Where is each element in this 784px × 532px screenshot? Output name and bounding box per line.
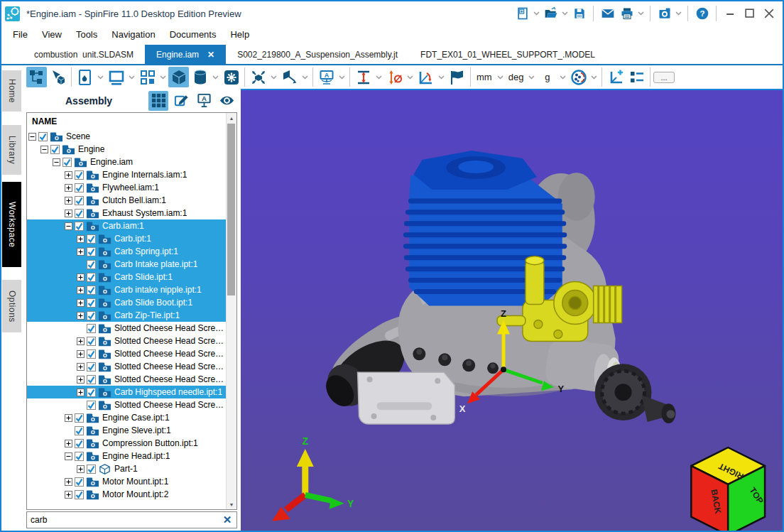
scrollbar-thumb[interactable] — [227, 124, 235, 295]
email-button[interactable] — [598, 5, 617, 22]
expand-plus-icon[interactable] — [65, 210, 72, 217]
visibility-checkbox[interactable] — [38, 132, 48, 141]
tree-item[interactable]: Carb Slide Boot.ipt:1 — [27, 296, 227, 309]
fill-document-button[interactable] — [75, 67, 95, 87]
tree-item[interactable]: Flywheel.iam:1 — [27, 181, 227, 194]
g-dropdown-caret[interactable] — [558, 69, 567, 86]
save-button[interactable] — [570, 5, 589, 22]
minimize-button[interactable] — [721, 5, 740, 22]
unit-selector-g[interactable]: g — [537, 67, 557, 87]
visibility-checkbox[interactable] — [75, 183, 84, 192]
visibility-checkbox[interactable] — [87, 311, 96, 320]
expand-plus-icon[interactable] — [77, 299, 85, 307]
tree-item[interactable]: Slotted Cheese Head Screw -... — [27, 360, 227, 373]
tree-item[interactable]: Carb Highspeed needle.ipt:1 — [27, 386, 227, 398]
tree-search-input[interactable] — [27, 515, 218, 525]
side-tab-options[interactable]: Options — [2, 280, 21, 332]
3d-viewport[interactable]: Z X Y Z Y — [241, 89, 783, 531]
tree-item[interactable]: Slotted Cheese Head Screw -... — [27, 322, 227, 335]
section-cut-button[interactable] — [279, 67, 300, 87]
capture-dropdown-caret[interactable] — [674, 5, 683, 22]
visibility-checkbox[interactable] — [87, 298, 96, 308]
menu-file[interactable]: File — [6, 26, 35, 43]
monitor-button[interactable] — [106, 67, 126, 87]
expand-plus-icon[interactable] — [65, 491, 72, 499]
document-tab[interactable]: Engine.iam✕ — [145, 45, 226, 64]
menu-help[interactable]: Help — [223, 26, 256, 43]
expand-plus-icon[interactable] — [77, 376, 85, 384]
unit-selector-deg[interactable]: deg — [506, 67, 527, 87]
tree-item[interactable]: Carb.iam:1 — [27, 219, 227, 232]
side-tab-workspace[interactable]: Workspace — [2, 182, 21, 267]
search-clear-icon[interactable]: ✕ — [218, 514, 236, 526]
measure-distance-dropdown-caret[interactable] — [374, 69, 383, 86]
visibility-checkbox[interactable] — [87, 324, 96, 333]
tree-item[interactable]: Carb Zip-Tie.ipt:1 — [27, 309, 227, 322]
expand-plus-icon[interactable] — [65, 197, 72, 205]
menu-documents[interactable]: Documents — [163, 26, 224, 43]
measure-angle-button[interactable] — [415, 67, 436, 87]
visibility-checkbox[interactable] — [75, 490, 84, 499]
scrollbar-up-arrow-icon[interactable]: ▲ — [227, 113, 236, 123]
cylinder-button[interactable] — [190, 67, 210, 87]
document-tab[interactable]: S002_219800_A_Suspension_Assembly.jt — [226, 45, 409, 64]
collapse-minus-icon[interactable] — [28, 133, 36, 141]
visibility-checkbox[interactable] — [87, 349, 96, 359]
expand-plus-icon[interactable] — [77, 235, 85, 243]
unit-selector-mm[interactable]: mm — [474, 67, 495, 87]
open-folder-dropdown-caret[interactable] — [560, 5, 570, 22]
expand-plus-icon[interactable] — [65, 184, 72, 192]
document-tab[interactable]: FDT_EX01_01_WHEEL_SUPPORT_.MODEL — [409, 45, 606, 64]
tab-close-icon[interactable]: ✕ — [207, 50, 214, 60]
tree-item[interactable]: Engine.iam — [27, 156, 227, 168]
close-button[interactable] — [759, 5, 778, 22]
measure-angle-dropdown-caret[interactable] — [437, 69, 446, 86]
expand-plus-icon[interactable] — [77, 337, 85, 345]
expand-plus-icon[interactable] — [77, 312, 85, 320]
tree-item[interactable]: Carb.ipt:1 — [27, 232, 227, 245]
print-button[interactable] — [617, 5, 636, 22]
tree-item[interactable]: Part-1 — [27, 462, 227, 475]
globe-dropdown-caret[interactable] — [589, 69, 599, 86]
layout-grid-button[interactable] — [137, 67, 158, 87]
visibility-checkbox[interactable] — [75, 196, 84, 205]
visibility-checkbox[interactable] — [87, 234, 96, 244]
expand-plus-icon[interactable] — [77, 286, 85, 294]
tree-item[interactable]: Clutch Bell.iam:1 — [27, 194, 227, 207]
markup-flag-button[interactable] — [447, 67, 467, 87]
visibility-checkbox[interactable] — [87, 247, 96, 256]
visibility-checkbox[interactable] — [87, 260, 96, 269]
shaded-cube-button[interactable] — [168, 67, 189, 87]
visibility-checkbox[interactable] — [75, 413, 84, 423]
expand-plus-icon[interactable] — [77, 273, 85, 281]
document-tab[interactable]: combustion unit.SLDASM — [23, 45, 145, 64]
expand-plus-icon[interactable] — [77, 465, 85, 473]
expand-plus-icon[interactable] — [77, 389, 85, 396]
expand-plus-icon[interactable] — [77, 248, 85, 256]
visibility-checkbox[interactable] — [87, 465, 96, 474]
visibility-checkbox[interactable] — [75, 439, 84, 448]
visibility-checkbox[interactable] — [75, 477, 84, 487]
menu-tools[interactable]: Tools — [69, 26, 104, 43]
tree-item[interactable]: Slotted Cheese Head Screw -... — [27, 398, 227, 411]
new-document-button[interactable] — [513, 5, 532, 22]
grid-3x3-button[interactable] — [148, 91, 168, 111]
tree-item[interactable]: Slotted Cheese Head Screw -... — [27, 347, 227, 360]
tree-item[interactable]: Carb Intake plate.ipt:1 — [27, 258, 227, 271]
side-tab-home[interactable]: Home — [2, 70, 21, 112]
billboard-note-button[interactable]: A — [316, 67, 337, 87]
visibility-checkbox[interactable] — [87, 388, 96, 397]
list-view-button[interactable] — [626, 67, 647, 87]
billboard-note-dropdown-caret[interactable] — [337, 69, 347, 86]
menu-navigation[interactable]: Navigation — [104, 26, 162, 43]
expand-plus-icon[interactable] — [77, 350, 85, 358]
measure-diameter-dropdown-caret[interactable] — [405, 69, 415, 86]
billboard-a-button[interactable]: A — [194, 91, 214, 111]
tree-item[interactable]: Engine Case.ipt:1 — [27, 411, 227, 424]
gear-badge-button[interactable] — [221, 67, 241, 87]
expand-plus-icon[interactable] — [65, 414, 72, 422]
maximize-button[interactable] — [740, 5, 759, 22]
scrollbar-down-arrow-icon[interactable]: ▼ — [227, 499, 236, 509]
visibility-checkbox[interactable] — [87, 273, 96, 282]
deg-dropdown-caret[interactable] — [527, 69, 536, 86]
